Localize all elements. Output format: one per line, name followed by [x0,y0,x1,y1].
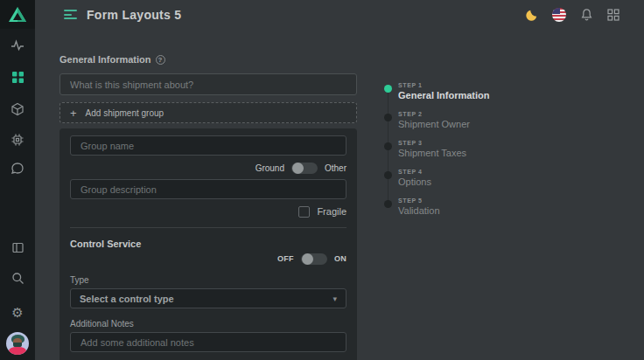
step-4-options[interactable]: STEP 4 Options [382,169,490,197]
step-3-shipment-taxes[interactable]: STEP 3 Shipment Taxes [382,140,490,169]
header-actions [524,7,644,23]
us-flag-icon [552,8,566,22]
add-shipment-group-label: Add shipment group [86,108,164,118]
toggle-knob [292,163,304,174]
shipment-group-card: Ground Other Fragile Control Service OFF… [60,128,357,360]
additional-notes-input[interactable] [70,332,346,352]
step-title: Shipment Owner [398,119,490,129]
step-title: Shipment Taxes [398,148,490,158]
step-dot [384,142,392,150]
step-title: Options [398,177,490,187]
user-avatar[interactable] [6,332,29,355]
app-logo[interactable] [0,0,35,29]
sidebar-item-cpu[interactable] [0,133,35,147]
ground-other-toggle-row: Ground Other [70,162,346,174]
chevron-down-icon: ▾ [332,294,337,303]
section-heading-label: General Information [60,54,151,65]
step-caption: STEP 5 [398,197,490,204]
page-title: Form Layouts 5 [87,8,181,22]
package-icon [10,102,24,116]
step-dot [384,114,392,121]
theme-toggle[interactable] [524,7,540,23]
control-type-select[interactable]: Select a control type ▾ [70,288,346,308]
shipment-about-input[interactable] [60,73,357,95]
step-dot [384,85,392,93]
off-on-toggle[interactable] [301,253,327,265]
sidebar-item-package[interactable] [0,102,35,116]
layout-grid-icon [11,71,24,84]
sidebar-settings[interactable]: ⚙ [0,305,35,319]
ground-label: Ground [256,163,284,173]
plus-icon: + [70,107,77,119]
notifications-button[interactable] [578,7,594,23]
sidebar-item-layouts[interactable] [0,70,35,84]
step-1-general-information[interactable]: STEP 1 General Information [382,82,490,111]
gear-icon: ⚙ [11,306,23,319]
language-selector[interactable] [551,7,567,23]
help-icon[interactable]: ? [156,55,165,65]
additional-notes-label: Additional Notes [70,319,346,329]
fragile-checkbox[interactable] [298,206,310,218]
grid-menu-icon [607,9,620,21]
menu-icon[interactable] [64,10,77,19]
moon-icon [525,8,539,22]
search-icon [11,272,24,285]
step-dot [384,200,392,208]
sidebar-toggle-panel[interactable] [0,240,35,254]
card-divider [70,227,346,228]
apps-menu-button[interactable] [606,7,621,23]
type-label: Type [70,275,346,285]
step-2-shipment-owner[interactable]: STEP 2 Shipment Owner [382,111,490,140]
sidebar-item-activity[interactable] [0,38,35,52]
control-type-value: Select a control type [80,294,174,304]
off-label: OFF [277,254,294,263]
sidebar: ⚙ [0,0,35,360]
fragile-checkbox-row[interactable]: Fragile [70,205,346,218]
top-header: Form Layouts 5 [35,0,644,29]
step-5-validation[interactable]: STEP 5 Validation [382,197,490,226]
avatar-shirt [9,347,26,355]
step-dot [384,171,392,179]
sidebar-item-chat[interactable] [0,162,35,176]
other-label: Other [325,163,346,173]
sidebar-panel-icon [11,241,24,254]
add-shipment-group-button[interactable]: + Add shipment group [60,102,357,123]
on-label: ON [334,254,346,263]
bell-icon [580,8,593,22]
step-caption: STEP 3 [398,140,490,146]
cpu-icon [10,133,24,147]
step-title: General Information [398,90,490,100]
toggle-knob [302,253,313,265]
form-column: General Information ? + Add shipment gro… [60,54,357,360]
step-title: Validation [398,205,490,216]
chat-icon [10,162,24,176]
group-description-input[interactable] [70,179,346,199]
off-on-toggle-row: OFF ON [70,253,346,265]
control-service-heading: Control Service [70,239,346,249]
wizard-stepper: STEP 1 General Information STEP 2 Shipme… [382,82,490,226]
group-name-input[interactable] [70,135,346,156]
ground-other-toggle[interactable] [291,163,318,174]
sidebar-search[interactable] [0,271,35,285]
step-caption: STEP 1 [398,82,490,88]
logo-triangle-icon [8,6,27,23]
activity-icon [10,38,24,52]
section-heading: General Information ? [60,54,357,65]
fragile-label: Fragile [317,206,346,217]
step-caption: STEP 4 [398,169,490,175]
app-root: ⚙ Form Layouts 5 [0,0,644,360]
step-caption: STEP 2 [398,111,490,117]
